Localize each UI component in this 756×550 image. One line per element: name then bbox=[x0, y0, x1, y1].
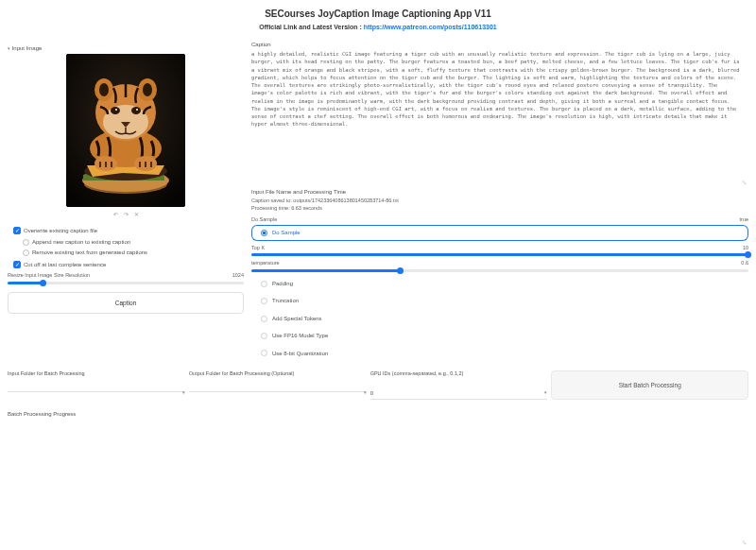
radio-dot[interactable] bbox=[261, 316, 267, 322]
svg-point-12 bbox=[111, 107, 120, 114]
collapse-caret[interactable]: ▾ bbox=[8, 45, 10, 51]
clear-icon[interactable]: ✕ bbox=[134, 211, 139, 218]
add-special-tokens-option[interactable]: Add Special Tokens bbox=[251, 311, 748, 326]
batch-input-folder-field[interactable]: Input Folder for Batch Processing ▾ bbox=[8, 370, 185, 400]
overwrite-checkbox-row[interactable]: ✓ Overwrite existing caption file bbox=[8, 227, 244, 234]
subtitle-prefix: Official Link and Latest Version : bbox=[259, 24, 363, 30]
patreon-link[interactable]: https://www.patreon.com/posts/110613301 bbox=[364, 24, 497, 30]
input-image-label: ▾ Input Image bbox=[8, 42, 244, 52]
cutoff-checkbox-row[interactable]: ✓ Cut off at last complete sentence bbox=[8, 261, 244, 268]
svg-point-11 bbox=[143, 83, 152, 96]
append-radio-row[interactable]: Append new caption to existing caption bbox=[8, 238, 244, 246]
batch-progress-label: Batch Processing Progress bbox=[8, 407, 748, 418]
cutoff-checkbox[interactable]: ✓ bbox=[13, 261, 21, 268]
batch-gpu-ids-field[interactable]: GPU IDs (comma-separated, e.g., 0,1,2) 0… bbox=[370, 370, 548, 400]
svg-point-13 bbox=[131, 107, 141, 114]
page-subtitle: Official Link and Latest Version : https… bbox=[8, 23, 748, 32]
radio-dot[interactable] bbox=[261, 333, 267, 339]
chevron-down-icon[interactable]: ▾ bbox=[364, 389, 367, 396]
resize-handle-icon[interactable]: ⤡ bbox=[742, 539, 747, 544]
svg-point-15 bbox=[136, 109, 138, 111]
tiger-burger-image bbox=[66, 54, 185, 207]
caption-button[interactable]: Caption bbox=[8, 292, 244, 314]
do-sample-value: true bbox=[740, 216, 748, 224]
caption-output[interactable] bbox=[251, 50, 748, 182]
caption-label: Caption bbox=[251, 38, 748, 48]
remove-radio-row[interactable]: Remove existing text from generated capt… bbox=[8, 249, 244, 256]
svg-point-10 bbox=[99, 83, 109, 96]
radio-dot[interactable] bbox=[261, 281, 267, 287]
padding-option[interactable]: Padding bbox=[251, 276, 748, 291]
status-label: Input File Name and Processing Time bbox=[251, 185, 748, 196]
remove-radio[interactable] bbox=[23, 249, 29, 256]
append-radio[interactable] bbox=[23, 239, 29, 246]
status-text: Caption saved to: outputs/17423364086138… bbox=[251, 198, 748, 212]
do-sample-option[interactable]: Do Sample bbox=[251, 225, 748, 240]
radio-dot[interactable] bbox=[261, 298, 267, 304]
input-image-preview[interactable] bbox=[66, 54, 185, 207]
overwrite-label: Overwrite existing caption file bbox=[24, 227, 97, 234]
page-title: SECourses JoyCaption Image Captioning Ap… bbox=[8, 8, 748, 21]
start-batch-button[interactable]: Start Batch Processing bbox=[551, 370, 748, 400]
do-sample-label: Do Sample bbox=[251, 216, 277, 224]
radio-dot[interactable] bbox=[261, 350, 267, 356]
batch-output-folder-field[interactable]: Output Folder for Batch Processing (Opti… bbox=[189, 370, 367, 400]
batch-progress-output[interactable] bbox=[8, 420, 748, 542]
redo-icon[interactable]: ↷ bbox=[124, 211, 129, 218]
svg-point-14 bbox=[115, 109, 117, 111]
truncation-option[interactable]: Truncation bbox=[251, 293, 748, 308]
use-8bit-option[interactable]: Use 8-bit Quantization bbox=[251, 346, 748, 361]
resize-handle-icon[interactable]: ⤡ bbox=[742, 179, 747, 184]
chevron-down-icon[interactable]: ▾ bbox=[182, 389, 185, 396]
temperature-slider[interactable]: temperature0.6 bbox=[251, 260, 748, 272]
use-fp16-option[interactable]: Use FP16 Model Type bbox=[251, 328, 748, 343]
topk-slider[interactable]: Top K10 bbox=[251, 245, 748, 257]
do-sample-radio[interactable] bbox=[261, 230, 267, 236]
overwrite-checkbox[interactable]: ✓ bbox=[13, 227, 21, 234]
chevron-down-icon[interactable]: ▾ bbox=[544, 389, 547, 396]
undo-icon[interactable]: ↶ bbox=[113, 211, 118, 218]
resize-slider[interactable]: Resize Input Image Size Resolution 1024 bbox=[8, 272, 244, 284]
